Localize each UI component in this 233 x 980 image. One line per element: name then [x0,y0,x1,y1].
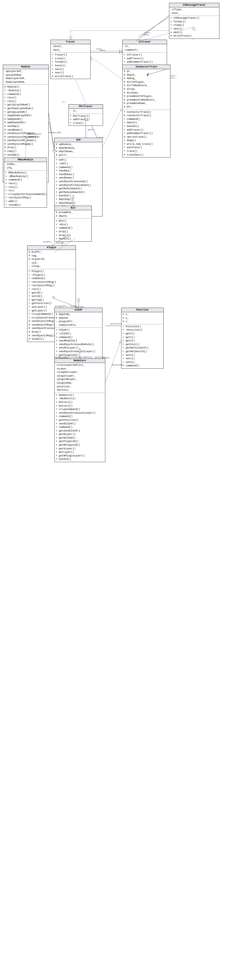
box-attrs-cisap: # depInNC_ # depInP_ - pluginPtr_ - node… [55,312,102,328]
box-title-plugin: Plugin [27,246,76,250]
box-methods-bin: + Bin() + ~Bin() + command() + drop() + … [55,219,92,242]
box-attrs-pkttracer: - tr_ [69,109,103,114]
svg-line-55 [49,113,54,153]
box-title-cimessagetracer: CIMessageTracer [169,3,219,7]
box-title-position: Position [122,308,163,312]
box-attrs-nodecore: -crossLayerSAPlist_ -nLayer_ -clsapPerLa… [55,363,105,393]
svg-line-70 [105,340,121,382]
box-attrs-module: -upLayerSAP_ -upLaySANum_ -downLayerSAP_… [3,69,48,85]
box-attrs-bin: # preamble_ # depth_ [55,210,92,219]
box-cimessagetracer: CIMessageTracer -cIType_ -next_ + CIMess… [169,3,219,39]
box-attrs-sap: # upModule_ # downModule_ # depthDown_ #… [55,142,102,158]
svg-text:cITr_: cITr_ [170,75,177,77]
box-title-sap: SAP [55,138,102,142]
box-title-bin: Bin [55,206,92,210]
box-methods-nodecore: + NodeCore() + ~NodeCore() + battery() +… [55,393,105,462]
svg-line-39 [136,16,169,41]
box-attrs-plugin: # binPtr_ # tag_ # uLayerId_ - uid_ - cl… [27,250,76,269]
box-methods-position: + Position() + ~Position() + getX() + ge… [122,325,163,368]
box-nodecore: NodeCore -crossLayerSAPlist_ -nLayer_ -c… [54,358,105,462]
box-cisap: CISAP # depInNC_ # depInP_ - pluginPtr_ … [54,308,103,365]
box-attrs-position: # x_ # y_ # z_ [122,312,163,325]
box-title-module: Module [3,65,48,69]
box-connectortrace: ConnectorTrace # pt_ # depth_ # debug_ #… [122,65,170,158]
svg-text:binPtr_: binPtr_ [43,240,53,243]
box-title-tracer: Tracer [51,40,90,44]
svg-marker-23 [77,298,80,301]
box-attrs-connectortrace: # pt_ # depth_ # debug_ # dirToPlugin_ #… [123,69,170,110]
box-title-citracer: CITracer [123,40,167,44]
box-attrs-mmacmodule: -index_ -ifq_ [4,162,47,170]
svg-text:cITr_: cITr_ [170,77,177,80]
box-sap: SAP # upModule_ # downModule_ # depthDow… [54,138,103,216]
box-title-pkttracer: PktTracer [69,105,103,109]
svg-marker-7 [119,49,122,52]
box-methods-tracer: + Tracer() + trace() + format() + level(… [51,53,90,79]
svg-text:pktTr_: pktTr_ [88,128,96,131]
svg-text:next_: next_ [100,49,106,52]
svg-line-32 [90,57,122,80]
svg-text:next_: next_ [143,33,150,36]
box-methods-cimessagetracer: + CIMessageTracer() + format() + cType()… [169,16,219,38]
svg-text:next_: next_ [144,32,151,34]
box-attrs-tracer: -level_ -next_ [51,44,90,53]
svg-marker-44 [119,51,122,54]
box-methods-pkttracer: + PktTracer() + addTracer() + trace() [69,114,103,126]
box-attrs-citracer: -tr_ -commonTr_ [123,44,167,53]
box-methods-mmacmodule: + MMacModule() + ~MMacModule() + command… [4,170,47,207]
box-attrs-cimessagetracer: -cIType_ -next_ [169,7,219,16]
svg-text:next_: next_ [96,48,103,50]
diagram: next_ next_ cITr_ upLayerSAP_,downLayerS… [0,0,233,980]
box-position: Position # x_ # y_ # z_ + Position() + ~… [121,308,164,369]
svg-line-11 [49,122,55,150]
box-title-connectortrace: ConnectorTrace [123,65,170,69]
svg-text:position_: position_ [110,322,123,325]
box-tracer: Tracer -level_ -next_ + Tracer() + trace… [51,40,90,79]
svg-marker-3 [69,37,72,40]
box-title-mmacmodule: MMacModule [4,158,47,162]
svg-text:-tr_: -tr_ [61,100,66,103]
box-bin: Bin # preamble_ # depth_ + Bin() + ~Bin(… [54,206,92,242]
box-pkttracer: PktTracer - tr_ + PktTracer() + addTrace… [68,104,103,126]
svg-text:binPtr_: binPtr_ [57,242,66,244]
box-methods-connectortrace: + ConnectorTrace() # connectorTrace() + … [123,110,170,158]
box-mmacmodule: MMacModule -index_ -ifq_ + MMacModule() … [4,158,47,208]
box-title-nodecore: NodeCore [55,359,105,363]
svg-line-4 [139,17,169,37]
svg-line-53 [103,108,122,147]
box-title-cisap: CISAP [55,308,102,312]
